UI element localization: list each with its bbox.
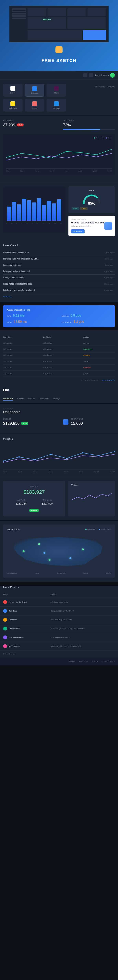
avatar xyxy=(3,609,7,613)
last-month-value: $120,124 xyxy=(16,502,26,505)
lint-logo: Lint xyxy=(3,388,115,392)
commit-row[interactable]: Changed .env variables41 min ago ⋯ xyxy=(3,275,115,281)
lint-header: Lint xyxy=(0,385,118,395)
table-row: 02/14/201902/18/2020Canceled xyxy=(3,364,115,371)
city-label: Austin xyxy=(35,572,39,574)
ram-chip: +RAM xyxy=(80,207,87,210)
table-row: 02/14/201902/18/2020Started xyxy=(3,371,115,377)
overview-label: OVERVIEW xyxy=(3,407,115,409)
avatar xyxy=(3,644,7,648)
projects-title: Latest Projects xyxy=(3,586,115,589)
this-month-value: $203,890 xyxy=(42,502,53,505)
city-label: San Francisco xyxy=(7,572,17,574)
view-all-link[interactable]: VIEW ALL xyxy=(3,296,12,298)
city-label: Montgomery xyxy=(57,572,65,574)
bar xyxy=(52,204,56,221)
svg-point-1 xyxy=(18,456,20,457)
bar xyxy=(7,207,11,221)
city-label: Denver xyxy=(106,572,111,574)
hero-title: FREE SKETCH xyxy=(4,58,114,63)
requests-delta: -21% xyxy=(17,124,24,126)
avatar xyxy=(110,73,115,78)
status-table: Start Date End Date Status 02/14/201902/… xyxy=(0,330,118,385)
footer-link-terms-of-service[interactable]: Terms of Service xyxy=(102,660,115,662)
download-value: 1.3 gbs xyxy=(74,320,84,324)
integration-bitbucket[interactable]: Bitbucket xyxy=(25,84,44,97)
next-entries-link[interactable]: NEXT ENTRIES xyxy=(102,379,115,381)
write-value: 17.59 ms xyxy=(14,320,27,324)
visitors-title: Visitors xyxy=(71,484,112,486)
read-now-button[interactable]: READ NOW xyxy=(71,229,84,234)
svg-point-3 xyxy=(50,454,52,455)
integration-asana[interactable]: Asana xyxy=(25,99,44,111)
legend-resources: Resources xyxy=(94,137,103,139)
integration-mailchimp[interactable]: Mailchimp xyxy=(3,99,23,111)
sketch-icon xyxy=(55,46,63,53)
svg-point-2 xyxy=(34,459,36,460)
prev-entries-link[interactable]: PREVIOUS ENTRIES xyxy=(81,379,99,381)
svg-point-6 xyxy=(98,455,100,456)
tab-settings[interactable]: Settings xyxy=(53,398,60,401)
hero-stat: $183,927 xyxy=(29,18,65,21)
integration-github[interactable]: Github xyxy=(3,84,23,97)
read-value: 5.32 ms xyxy=(13,314,24,317)
tab-documents[interactable]: Documents xyxy=(39,398,49,401)
tab-invoices[interactable]: Invoices xyxy=(28,398,35,401)
project-row[interactable]: Jurriaan van der BroekAR Game Using Unit… xyxy=(0,598,118,607)
progress-label: PROGRESS xyxy=(63,119,115,121)
footer-link-privacy[interactable]: Privacy xyxy=(92,660,98,662)
grid-icon[interactable] xyxy=(83,73,87,77)
commit-row[interactable]: Deployed the latest dashboard31 min ago … xyxy=(3,268,115,275)
notification-icon[interactable] xyxy=(89,73,93,77)
commits-section: Latest Commits Added support for social … xyxy=(0,240,118,302)
project-row[interactable]: Njimoluh EbuaSketch Plugin For Importing… xyxy=(0,624,118,633)
projection-title: Projection xyxy=(3,438,115,440)
score-title: Score xyxy=(71,189,112,192)
bar xyxy=(47,201,51,221)
commit-row[interactable]: Merge updates with latest push by adm...… xyxy=(3,256,115,262)
legend-operational: Operational xyxy=(86,528,95,530)
bitbucket-icon xyxy=(32,86,37,91)
commit-row[interactable]: Added support for social auth1 min ago ⋯ xyxy=(3,250,115,256)
pagination: 1-10 of 25 entries xyxy=(0,651,118,657)
bar-chart-card: 4567891011121314 xyxy=(3,186,65,233)
topbar: Luke Brown ▾ xyxy=(0,71,118,80)
bar xyxy=(12,202,16,221)
projection-chart xyxy=(3,442,115,469)
table-row: 02/14/201902/18/2020Completed xyxy=(3,346,115,352)
commit-row[interactable]: Fixed merge conflicts in the docs49 min … xyxy=(3,281,115,287)
svg-point-0 xyxy=(3,460,4,461)
table-row: 02/14/201902/18/2020Pending xyxy=(3,352,115,358)
footer: SupportHelp CenterPrivacyTerms of Servic… xyxy=(0,657,118,665)
blog-card: FROM OUR BLOG Urgent ! We Updated Our To… xyxy=(68,216,115,236)
requests-label: REQUESTS xyxy=(3,119,55,121)
upload-value: 0.9 gbs xyxy=(71,314,81,317)
avatar xyxy=(3,627,7,630)
commits-title: Latest Commits xyxy=(3,244,115,247)
footer-link-support[interactable]: Support xyxy=(68,660,75,662)
github-icon xyxy=(10,86,15,91)
tab-dashboard[interactable]: Dashboard xyxy=(3,398,13,401)
commit-row[interactable]: Initialized a new repo for the chatbot1 … xyxy=(3,287,115,293)
project-row[interactable]: Noell BlueDrag-and-Drop Email Editor xyxy=(0,616,118,624)
progress-value: 72% xyxy=(63,123,115,127)
user-menu[interactable]: Luke Brown ▾ xyxy=(95,73,115,78)
chevron-down-icon: ▾ xyxy=(108,74,109,76)
avatar xyxy=(3,600,7,604)
bar xyxy=(37,198,41,221)
svg-point-4 xyxy=(66,458,68,459)
document-icon xyxy=(104,222,112,230)
us-map xyxy=(7,534,111,570)
project-row[interactable]: Xian ZhouComponent Library For React xyxy=(0,607,118,616)
footer-link-help-center[interactable]: Help Center xyxy=(78,660,88,662)
integration-slack[interactable]: Slack xyxy=(47,84,66,97)
integration-intercom[interactable]: Intercom xyxy=(47,99,66,111)
commit-row[interactable]: Fixed auto-build bug8 min ago ⋯ xyxy=(3,262,115,268)
tab-projects[interactable]: Projects xyxy=(17,398,24,401)
project-row[interactable]: Jeremias del PozoJavaScript Maps Library xyxy=(0,633,118,642)
score-card: Score 85% +CPU +RAM xyxy=(68,186,115,213)
project-row[interactable]: Mariile BurgettA Better Reddit App For i… xyxy=(0,642,118,651)
balance-delta: + 23.91% xyxy=(29,509,39,512)
city-label: Helena xyxy=(83,572,88,574)
lint-overview: OVERVIEW Dashboard BUDGET $129,850 +18% … xyxy=(0,404,118,434)
